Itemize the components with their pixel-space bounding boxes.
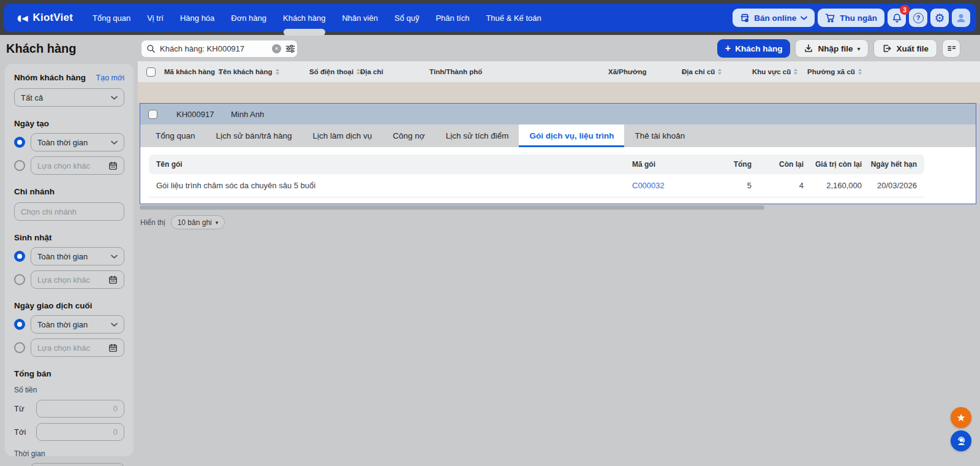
feedback-float-button[interactable]: ★ <box>951 407 971 428</box>
package-code-link[interactable]: C000032 <box>632 181 706 190</box>
nav-item-nhan-vien[interactable]: Nhân viên <box>342 4 378 32</box>
customer-group-select[interactable]: Tất cả <box>14 88 124 107</box>
chevron-down-icon <box>111 323 118 327</box>
import-file-button[interactable]: Nhập file ▾ <box>795 39 869 58</box>
last-transaction-custom-input[interactable]: Lựa chọn khác <box>31 338 124 357</box>
created-date-alltime-radio[interactable] <box>14 137 25 148</box>
plus-icon: + <box>725 44 731 53</box>
search-input[interactable] <box>160 44 268 53</box>
col-dia-chi-cu[interactable]: Địa chỉ cũ <box>682 68 752 75</box>
last-transaction-alltime-radio[interactable] <box>14 319 25 330</box>
row-checkbox[interactable] <box>148 110 157 119</box>
pagination: Hiển thị 10 bản ghi ▾ <box>140 215 980 229</box>
brand[interactable]: ◖◀ KiotViet <box>15 10 73 25</box>
help-button[interactable]: ? <box>909 9 927 27</box>
store-icon <box>740 13 750 23</box>
columns-icon <box>946 44 957 53</box>
calendar-icon <box>108 161 118 170</box>
pkg-col-tong: Tổng <box>706 160 752 169</box>
star-icon: ★ <box>956 411 965 424</box>
packages-tab-content: Tên gói Mã gói Tổng Còn lại Giá trị còn … <box>140 147 976 204</box>
created-date-select[interactable]: Toàn thời gian <box>31 133 124 151</box>
pkg-col-ma-goi: Mã gói <box>632 160 706 169</box>
created-date-label: Ngày tạo <box>14 119 124 128</box>
created-date-custom-input[interactable]: Lựa chọn khác <box>31 156 124 175</box>
settings-button[interactable]: ⚙ <box>930 9 949 27</box>
avatar-icon <box>956 12 967 23</box>
tab-tong-quan[interactable]: Tổng quan <box>145 124 206 147</box>
nav-item-so-quy[interactable]: Sổ quỹ <box>394 4 419 32</box>
cart-icon <box>825 13 835 23</box>
create-group-link[interactable]: Tạo mới <box>96 74 124 82</box>
col-khu-vuc-cu[interactable]: Khu vực cũ <box>752 68 807 75</box>
selected-customer-row[interactable]: KH000917 Minh Anh <box>140 104 976 124</box>
caret-down-icon: ▾ <box>857 45 860 52</box>
birthday-alltime-radio[interactable] <box>14 251 25 262</box>
sort-icon <box>858 69 862 75</box>
nav-item-vi-tri[interactable]: Vị trí <box>147 4 164 32</box>
sort-icon <box>794 69 797 75</box>
total-sales-time-select[interactable]: Toàn thời gian <box>31 463 124 466</box>
birthday-label: Sinh nhật <box>14 233 124 242</box>
tab-lich-su-tich-diem[interactable]: Lịch sử tích điểm <box>435 124 519 147</box>
customer-detail-panel: KH000917 Minh Anh Tổng quan Lịch sử bán/… <box>140 103 976 204</box>
search-icon <box>146 44 156 53</box>
birthday-custom-input[interactable]: Lựa chọn khác <box>31 270 124 289</box>
ban-online-button[interactable]: Bán online <box>733 9 815 27</box>
support-agent-icon <box>956 435 967 447</box>
clear-search-icon[interactable]: ✕ <box>272 44 281 53</box>
page-header: Khách hàng ✕ + Khách hàng Nhập file ▾ <box>0 35 980 62</box>
package-row[interactable]: Gói liệu trình chăm sóc da chuyên sâu 5 … <box>149 174 924 197</box>
notification-badge: 3 <box>900 5 910 15</box>
birthday-select[interactable]: Toàn thời gian <box>31 247 124 265</box>
tab-lich-lam-dich-vu[interactable]: Lịch làm dịch vụ <box>302 124 382 147</box>
nav-item-khach-hang[interactable]: Khách hàng <box>283 4 325 32</box>
search-box[interactable]: ✕ <box>141 40 298 58</box>
branch-input[interactable]: Chọn chi nhánh <box>14 202 124 221</box>
col-ma-khach-hang[interactable]: Mã khách hàng <box>164 68 219 75</box>
column-settings-button[interactable] <box>942 39 960 58</box>
tab-goi-dich-vu-lieu-trinh[interactable]: Gói dịch vụ, liệu trình <box>519 124 624 147</box>
amount-from-input[interactable]: 0 <box>36 400 124 418</box>
tab-cong-no[interactable]: Công nợ <box>382 124 435 147</box>
sort-icon <box>718 69 722 75</box>
last-transaction-label: Ngày giao dịch cuối <box>14 301 124 310</box>
to-label: Tới <box>14 427 30 437</box>
tab-lich-su-ban-tra-hang[interactable]: Lịch sử bán/trả hàng <box>206 124 303 147</box>
col-phuong-xa-cu[interactable]: Phường xã cũ <box>807 68 980 75</box>
account-button[interactable] <box>952 9 970 27</box>
created-date-custom-radio[interactable] <box>14 160 25 171</box>
calendar-icon <box>108 343 118 353</box>
from-label: Từ <box>14 404 30 413</box>
nav-item-don-hang[interactable]: Đơn hàng <box>231 4 266 32</box>
select-all-checkbox[interactable] <box>146 67 156 77</box>
nav-item-tong-quan[interactable]: Tổng quan <box>92 4 130 32</box>
col-so-dien-thoai[interactable]: Số điện thoại <box>309 68 360 75</box>
brand-name: KiotViet <box>33 12 74 24</box>
nav-item-thue-ke-toan[interactable]: Thuế & Kế toán <box>486 4 541 32</box>
thu-ngan-button[interactable]: Thu ngân <box>818 9 884 27</box>
page-size-select[interactable]: 10 bản ghi ▾ <box>171 215 225 229</box>
add-customer-button[interactable]: + Khách hàng <box>717 39 791 58</box>
amount-label: Số tiền <box>14 386 124 394</box>
chevron-down-icon <box>111 96 118 100</box>
birthday-custom-radio[interactable] <box>14 274 25 285</box>
notifications-button[interactable]: 3 <box>888 9 906 27</box>
col-tinh-thanh-pho: Tỉnh/Thành phố <box>429 68 608 75</box>
export-file-button[interactable]: Xuất file <box>873 39 937 58</box>
support-float-button[interactable] <box>951 430 971 451</box>
pkg-col-con-lai: Còn lại <box>752 160 804 169</box>
last-transaction-select[interactable]: Toàn thời gian <box>31 315 124 334</box>
col-ten-khach-hang[interactable]: Tên khách hàng <box>219 68 309 75</box>
filter-sliders-icon[interactable] <box>285 44 295 53</box>
col-dia-chi: Địa chỉ <box>360 68 429 75</box>
page-title: Khách hàng <box>6 42 76 56</box>
pkg-col-ten-goi: Tên gói <box>156 160 632 169</box>
total-sales-label: Tổng bán <box>14 369 124 378</box>
tab-the-tai-khoan[interactable]: Thẻ tài khoản <box>624 124 695 147</box>
nav-item-hang-hoa[interactable]: Hàng hóa <box>180 4 214 32</box>
last-transaction-custom-radio[interactable] <box>14 342 25 353</box>
horizontal-scrollbar[interactable] <box>140 205 764 210</box>
nav-item-phan-tich[interactable]: Phân tích <box>435 4 469 32</box>
amount-to-input[interactable]: 0 <box>36 423 124 441</box>
